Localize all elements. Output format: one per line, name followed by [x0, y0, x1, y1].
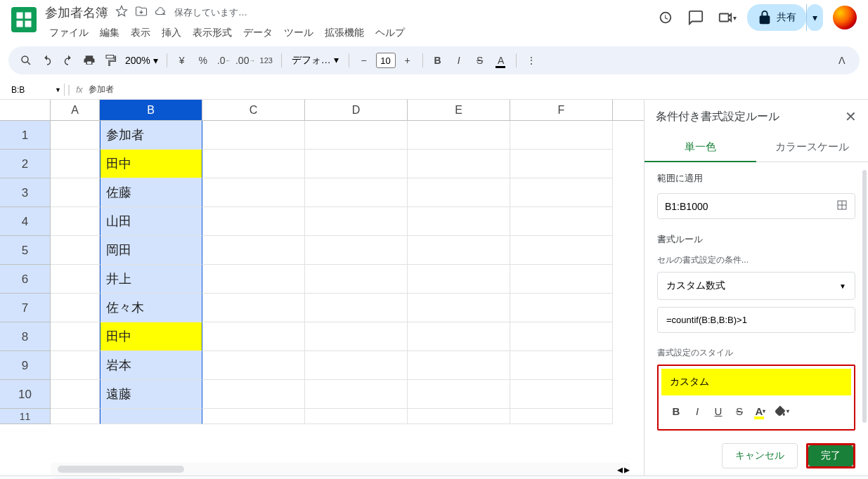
- cell[interactable]: [510, 236, 613, 265]
- row-header[interactable]: 4: [0, 207, 51, 236]
- tab-single-color[interactable]: 単一色: [644, 133, 756, 162]
- cell[interactable]: [305, 380, 408, 409]
- col-header-c[interactable]: C: [202, 100, 305, 120]
- select-all-corner[interactable]: [0, 100, 51, 120]
- cell[interactable]: [51, 178, 100, 207]
- cell[interactable]: [305, 351, 408, 380]
- col-header-f[interactable]: F: [510, 100, 613, 120]
- share-dropdown[interactable]: ▾: [807, 4, 823, 31]
- cell[interactable]: [305, 236, 408, 265]
- text-color-button[interactable]: A: [492, 51, 510, 70]
- font-size-input[interactable]: [376, 53, 396, 68]
- cell[interactable]: [202, 380, 305, 409]
- cell[interactable]: [202, 236, 305, 265]
- cell[interactable]: 岩本: [100, 351, 202, 380]
- cell[interactable]: [408, 236, 510, 265]
- cell[interactable]: 遠藤: [100, 380, 202, 409]
- row-header[interactable]: 6: [0, 265, 51, 294]
- cell[interactable]: [305, 409, 408, 424]
- row-header[interactable]: 3: [0, 178, 51, 207]
- cell[interactable]: [305, 121, 408, 150]
- cell[interactable]: [510, 380, 613, 409]
- sheets-logo[interactable]: [11, 7, 37, 32]
- cell[interactable]: [408, 121, 510, 150]
- horizontal-scrollbar[interactable]: ◂▸: [51, 463, 630, 475]
- fill-color-style[interactable]: ▾: [771, 401, 792, 421]
- menu-data[interactable]: データ: [239, 25, 277, 41]
- cell[interactable]: [202, 207, 305, 236]
- cell[interactable]: [305, 294, 408, 322]
- bold-style[interactable]: B: [666, 401, 687, 421]
- cell[interactable]: [408, 351, 510, 380]
- cell[interactable]: [510, 265, 613, 294]
- cell[interactable]: 佐々木: [100, 294, 202, 322]
- cell[interactable]: [202, 121, 305, 150]
- menu-tools[interactable]: ツール: [280, 25, 318, 41]
- document-title[interactable]: 参加者名簿: [45, 4, 108, 21]
- menu-extensions[interactable]: 拡張機能: [320, 25, 368, 41]
- row-header[interactable]: 11: [0, 409, 51, 424]
- cell[interactable]: [510, 322, 613, 351]
- currency-format[interactable]: ¥: [173, 51, 191, 70]
- italic-style[interactable]: I: [687, 401, 708, 421]
- underline-style[interactable]: U: [708, 401, 729, 421]
- cell[interactable]: [202, 178, 305, 207]
- criteria-select[interactable]: カスタム数式▼: [657, 272, 855, 300]
- cell[interactable]: [510, 178, 613, 207]
- paint-format-icon[interactable]: [101, 51, 119, 70]
- menu-edit[interactable]: 編集: [96, 25, 124, 41]
- strike-style[interactable]: S: [729, 401, 750, 421]
- cell[interactable]: [408, 207, 510, 236]
- zoom-select[interactable]: 200% ▾: [122, 53, 161, 67]
- cell[interactable]: [51, 409, 100, 424]
- cell[interactable]: [510, 150, 613, 178]
- cell[interactable]: [51, 207, 100, 236]
- cell[interactable]: [408, 150, 510, 178]
- cell[interactable]: 田中: [100, 150, 202, 178]
- cancel-button[interactable]: キャンセル: [722, 443, 798, 468]
- row-header[interactable]: 7: [0, 294, 51, 322]
- col-header-b[interactable]: B: [100, 100, 202, 120]
- grid-icon[interactable]: [836, 199, 848, 213]
- cell[interactable]: 岡田: [100, 236, 202, 265]
- cell[interactable]: [305, 265, 408, 294]
- menu-format[interactable]: 表示形式: [188, 25, 236, 41]
- italic-button[interactable]: I: [450, 51, 468, 70]
- cell[interactable]: [51, 294, 100, 322]
- cell[interactable]: [408, 322, 510, 351]
- meet-icon[interactable]: ▾: [716, 7, 737, 28]
- decrease-decimal[interactable]: .0←: [215, 51, 233, 70]
- menu-help[interactable]: ヘルプ: [371, 25, 409, 41]
- range-input[interactable]: B1:B1000: [657, 193, 855, 219]
- cell[interactable]: [510, 294, 613, 322]
- row-header[interactable]: 8: [0, 322, 51, 351]
- collapse-toolbar[interactable]: ᐱ: [833, 51, 851, 70]
- cell[interactable]: [51, 121, 100, 150]
- cell[interactable]: [408, 380, 510, 409]
- redo-icon[interactable]: [59, 51, 77, 70]
- menu-view[interactable]: 表示: [127, 25, 155, 41]
- cell[interactable]: [408, 265, 510, 294]
- move-icon[interactable]: [135, 5, 148, 20]
- cell[interactable]: [510, 409, 613, 424]
- text-color-style[interactable]: A▾: [750, 401, 771, 421]
- more-toolbar[interactable]: ⋮: [522, 51, 540, 70]
- row-header[interactable]: 9: [0, 351, 51, 380]
- tab-color-scale[interactable]: カラースケール: [756, 133, 868, 162]
- strikethrough-button[interactable]: S: [471, 51, 489, 70]
- cell[interactable]: [408, 294, 510, 322]
- row-header[interactable]: 2: [0, 150, 51, 178]
- col-header-d[interactable]: D: [305, 100, 408, 120]
- sidebar-scrollbar[interactable]: [862, 170, 867, 423]
- done-button[interactable]: 完了: [808, 445, 853, 466]
- cell[interactable]: [408, 409, 510, 424]
- cell[interactable]: 田中: [100, 322, 202, 351]
- increase-size[interactable]: +: [399, 51, 417, 70]
- star-icon[interactable]: [115, 5, 128, 20]
- cell[interactable]: [305, 150, 408, 178]
- cell[interactable]: [202, 322, 305, 351]
- bold-button[interactable]: B: [429, 51, 447, 70]
- increase-decimal[interactable]: .00→: [236, 51, 254, 70]
- row-header[interactable]: 1: [0, 121, 51, 150]
- decrease-size[interactable]: −: [355, 51, 373, 70]
